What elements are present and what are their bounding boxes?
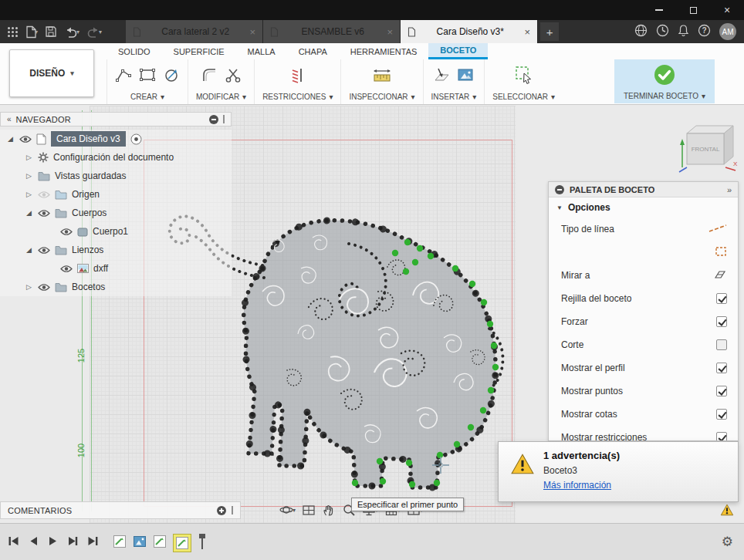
doc-tab-cara-lateral[interactable]: Cara lateral 2 v2 ×: [126, 20, 263, 43]
tree-item-label[interactable]: Cuerpos: [72, 207, 107, 218]
construction-line-icon[interactable]: [715, 246, 727, 259]
snap-checkbox[interactable]: [716, 316, 727, 327]
panel-expand-icon[interactable]: [217, 506, 226, 515]
tree-item-label[interactable]: Lienzos: [72, 245, 103, 255]
group-label-crear[interactable]: CREAR▾: [130, 93, 164, 101]
group-label-restricciones[interactable]: RESTRICCIONES▾: [262, 93, 333, 101]
tree-item-bodies[interactable]: ◢ Cuerpos: [0, 204, 232, 222]
sketch-circle-icon[interactable]: [163, 66, 180, 86]
expand-collapsed-icon[interactable]: ▷: [25, 283, 33, 291]
collapse-panel-icon[interactable]: «: [7, 115, 12, 123]
tree-item-label[interactable]: Origen: [72, 189, 100, 200]
save-button[interactable]: [42, 22, 59, 41]
orbit-tool-button[interactable]: ▾: [279, 503, 296, 517]
tree-item-label[interactable]: dxff: [93, 263, 108, 274]
tree-item-label[interactable]: Bocetos: [72, 282, 105, 292]
visibility-eye-icon[interactable]: [60, 265, 73, 273]
tree-item-label-selected[interactable]: Cara Diseño v3: [51, 131, 126, 147]
fillet-icon[interactable]: [201, 66, 218, 86]
tree-item-document-settings[interactable]: ▷ Configuración del documento: [0, 148, 232, 167]
trim-scissors-icon[interactable]: [225, 66, 242, 86]
timeline-settings-gear-icon[interactable]: ⚙: [722, 534, 733, 550]
workspace-selector-button[interactable]: DISEÑO ▾: [9, 49, 94, 97]
job-status-icon[interactable]: [656, 24, 669, 40]
palette-section-options[interactable]: ▼ Opciones: [549, 197, 738, 218]
tab-chapa[interactable]: CHAPA: [287, 43, 339, 59]
show-points-checkbox[interactable]: [716, 386, 727, 396]
tab-herramientas[interactable]: HERRAMIENTAS: [339, 43, 429, 59]
visibility-eye-off-icon[interactable]: [38, 191, 50, 199]
pan-tool-button[interactable]: [322, 503, 336, 517]
measure-icon[interactable]: [373, 66, 391, 86]
timeline-sketch-feature-icon[interactable]: [153, 535, 167, 552]
sketch-rectangle-icon[interactable]: [139, 66, 156, 86]
undo-button[interactable]: ▾: [62, 22, 82, 41]
tree-item-canvases[interactable]: ◢ Lienzos: [0, 241, 232, 259]
dimension-label-100[interactable]: 100: [76, 444, 86, 457]
group-label-insertar[interactable]: INSERTAR▾: [431, 93, 477, 101]
tree-item-named-views[interactable]: ▷ Vistas guardadas: [0, 167, 232, 185]
show-dimensions-checkbox[interactable]: [716, 409, 727, 420]
timeline-active-sketch-feature[interactable]: [173, 534, 191, 552]
tree-item-body1[interactable]: Cuerpo1: [0, 222, 232, 241]
close-icon[interactable]: ×: [387, 26, 393, 38]
app-grid-icon[interactable]: [5, 22, 21, 41]
tab-boceto-active[interactable]: BOCETO: [428, 43, 488, 59]
expand-collapsed-icon[interactable]: ▷: [25, 172, 33, 180]
tab-solido[interactable]: SOLIDO: [107, 43, 162, 59]
expand-open-icon[interactable]: ◢: [25, 209, 33, 217]
timeline-sketch-feature-icon[interactable]: [113, 535, 127, 552]
visibility-eye-icon[interactable]: [38, 283, 50, 292]
expand-open-icon[interactable]: ◢: [25, 246, 33, 254]
notifications-bell-icon[interactable]: [678, 24, 689, 40]
tree-item-dxff[interactable]: dxff: [0, 259, 232, 278]
panel-drag-handle[interactable]: [223, 115, 225, 123]
group-label-modificar[interactable]: MODIFICAR▾: [196, 93, 246, 101]
user-avatar[interactable]: AM: [719, 23, 736, 40]
linetype-icon[interactable]: [708, 224, 727, 235]
expand-panel-icon[interactable]: »: [727, 185, 732, 194]
group-label-inspeccionar[interactable]: INSPECCIONAR▾: [349, 93, 414, 101]
warning-indicator-icon[interactable]: [720, 504, 734, 519]
panel-drag-handle[interactable]: [232, 506, 233, 514]
tree-item-root-document[interactable]: ◢ Cara Diseño v3: [0, 130, 232, 148]
finish-sketch-button[interactable]: TERMINAR BOCETO▾: [614, 59, 715, 103]
dimension-label-125[interactable]: 125: [76, 349, 86, 363]
viewcube[interactable]: FRONTAL X: [676, 123, 741, 174]
step-back-button[interactable]: [29, 536, 39, 546]
extensions-icon[interactable]: [634, 24, 648, 40]
insert-canvas-icon[interactable]: [457, 67, 474, 86]
visibility-eye-icon[interactable]: [38, 209, 50, 218]
new-tab-button[interactable]: +: [540, 22, 559, 41]
close-button[interactable]: ×: [710, 0, 744, 20]
close-icon[interactable]: ×: [249, 26, 255, 38]
show-profile-checkbox[interactable]: [716, 363, 727, 373]
tab-superficie[interactable]: SUPERFICIE: [162, 43, 236, 59]
activate-target-icon[interactable]: [130, 133, 142, 145]
panel-minimize-icon[interactable]: [209, 115, 218, 124]
tree-item-label[interactable]: Configuración del documento: [53, 152, 174, 163]
sketch-grid-checkbox[interactable]: [716, 293, 727, 304]
visibility-eye-icon[interactable]: [60, 228, 73, 236]
insert-dxf-icon[interactable]: [433, 66, 450, 86]
step-forward-button[interactable]: [67, 536, 78, 546]
sketch-palette-header[interactable]: PALETA DE BOCETO »: [549, 182, 738, 197]
sketch-polyline-icon[interactable]: [115, 66, 132, 86]
warning-panel[interactable]: 1 advertencia(s) Boceto3 Más información: [498, 441, 739, 502]
play-button[interactable]: [48, 536, 58, 546]
panel-minimize-icon[interactable]: [555, 185, 564, 194]
more-info-link[interactable]: Más información: [543, 480, 611, 491]
doc-tab-ensamble[interactable]: ENSAMBLE v6 ×: [263, 20, 401, 43]
slice-checkbox[interactable]: [716, 339, 727, 350]
tree-item-origin[interactable]: ▷ Origen: [0, 185, 232, 204]
comments-bar[interactable]: COMENTARIOS: [0, 501, 241, 519]
timeline-position-marker[interactable]: [198, 532, 207, 554]
minimize-button[interactable]: [642, 0, 676, 20]
show-constraints-checkbox[interactable]: [716, 432, 727, 441]
file-menu-button[interactable]: ▾: [23, 22, 40, 41]
select-icon[interactable]: [514, 65, 534, 88]
redo-button[interactable]: ▾: [84, 22, 104, 41]
constraints-icon[interactable]: [289, 66, 306, 86]
tree-item-label[interactable]: Vistas guardadas: [55, 170, 127, 181]
navigator-header[interactable]: « NAVEGADOR: [0, 112, 232, 127]
